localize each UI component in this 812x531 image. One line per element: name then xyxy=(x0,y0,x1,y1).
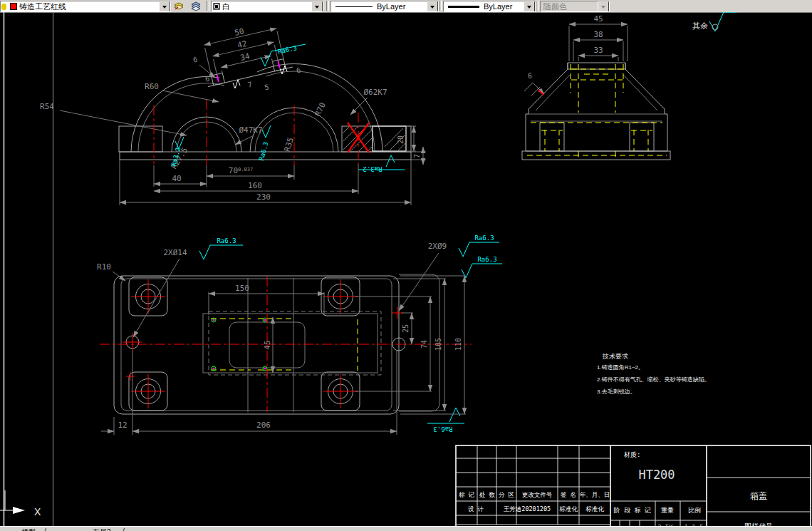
plotstyle-value: 随颜色 xyxy=(543,1,567,12)
dim-20: 20 xyxy=(397,135,405,144)
dim-105: 105 xyxy=(434,338,442,351)
color-swatch-icon xyxy=(213,3,220,10)
plotstyle-dropdown-arrow xyxy=(598,1,609,12)
linetype-value: ByLayer xyxy=(377,2,405,11)
dim-150: 150 xyxy=(235,284,249,293)
dim-6-right: 6 xyxy=(296,66,301,75)
dim-33: 33 xyxy=(593,46,603,55)
svg-text:Ra6.3: Ra6.3 xyxy=(433,426,452,433)
ucs-icon: X xyxy=(0,490,41,517)
lineweight-dropdown-arrow[interactable] xyxy=(524,1,535,12)
tb-part-name: 箱盖 xyxy=(750,491,767,501)
lineweight-value: ByLayer xyxy=(484,2,512,11)
layer-dropdown-arrow[interactable] xyxy=(159,1,170,12)
dim-6: 6 xyxy=(528,72,532,80)
notes-title: 技术要求 xyxy=(602,353,628,360)
tb-header-zone: 分 区 xyxy=(499,491,514,498)
linetype-combobox[interactable]: ByLayer xyxy=(330,1,439,12)
label-dia47k7: Ø47K7 xyxy=(239,125,262,135)
tb-material-value: HT200 xyxy=(638,468,675,482)
toolbar-separator xyxy=(326,1,329,11)
tb-header-count: 处 数 xyxy=(479,491,496,498)
toolbar: 铸造工艺红线 白 ByLayer ByLayer 随颜色 xyxy=(0,0,812,13)
label-2x14: 2XØ14 xyxy=(163,248,187,257)
roughness-check-icon xyxy=(709,12,736,31)
dim-12: 12 xyxy=(118,421,127,430)
linetype-dropdown-arrow[interactable] xyxy=(427,1,438,12)
notes-line1: 1.铸造圆角R1~2。 xyxy=(597,364,644,371)
label-2x9: 2XØ9 xyxy=(428,242,447,251)
tb-header-mark: 标 记 xyxy=(459,491,475,498)
tb-weight-label: 重量 xyxy=(661,507,674,514)
svg-text:Ra6.3: Ra6.3 xyxy=(217,237,236,244)
tb-designer: 王芳迪20201205 xyxy=(504,505,551,512)
tb-header-docno: 更改文件号 xyxy=(522,491,553,498)
layout-tab-strip: 模型 / 布局2 / xyxy=(0,526,812,531)
layer-combobox[interactable]: 铸造工艺红线 xyxy=(0,1,171,12)
technical-notes: 技术要求 1.铸造圆角R1~2。 2.铸件不得有气孔、缩松、夹砂等铸造缺陷。 3… xyxy=(597,353,710,395)
layer-on-bulb-icon xyxy=(1,4,6,10)
dim-6-left: 6 xyxy=(192,56,198,64)
ucs-x-label: X xyxy=(34,506,41,517)
label-r70: R70 xyxy=(313,101,328,118)
title-block: 标 记 处 数 分 区 更改文件号 签 名 年、月、日 设 计 王芳迪20201… xyxy=(456,445,811,531)
layer-previous-icon xyxy=(190,1,202,11)
dim-45: 45 xyxy=(593,14,603,24)
plan-view: R10 2XØ14 Ra6.3 2XØ9 Ra6.3 Ra6.3 Ra6.3 1… xyxy=(97,234,502,435)
dim-206: 206 xyxy=(256,421,271,430)
svg-text:Ra6.3: Ra6.3 xyxy=(258,141,270,162)
tab-layout2[interactable]: 布局2 xyxy=(93,527,111,531)
tb-stage-label: 阶 段 标 记 xyxy=(614,507,651,514)
tb-header-date: 年、月、日 xyxy=(580,491,610,498)
dim-230: 230 xyxy=(256,192,271,202)
tb-design-label: 设 计 xyxy=(468,505,484,512)
roughness-2x9: Ra6.3 xyxy=(459,234,499,257)
tab-separator: / xyxy=(44,527,46,531)
color-dropdown-arrow[interactable] xyxy=(311,1,323,12)
svg-text:700.037: 700.037 xyxy=(229,166,253,175)
linetype-sample-icon xyxy=(335,6,373,7)
tb-material-label: 材质: xyxy=(623,451,640,458)
label-dia62k7: Ø62K7 xyxy=(363,88,387,97)
tab-separator: / xyxy=(123,527,125,531)
toolbar-separator xyxy=(536,1,538,11)
layer-current-icon xyxy=(173,1,184,11)
plotstyle-combobox: 随颜色 xyxy=(540,1,610,12)
color-value: 白 xyxy=(222,1,230,12)
rest-roughness-note: 其余 xyxy=(692,12,736,31)
label-r60: R60 xyxy=(145,82,159,91)
tb-scale-label: 比例 xyxy=(688,507,701,514)
label-r54: R54 xyxy=(40,102,54,111)
drawing-canvas[interactable]: 其余 xyxy=(0,12,812,531)
roughness-side: Ra6.3 xyxy=(462,256,502,278)
rest-label: 其余 xyxy=(692,21,708,30)
dim-160: 160 xyxy=(248,181,262,190)
dim-25: 25 xyxy=(402,324,410,333)
hidden-lines xyxy=(527,64,667,160)
make-object-layer-current-button[interactable] xyxy=(171,0,187,11)
svg-text:Ra3.2: Ra3.2 xyxy=(363,165,382,172)
dim-5: 5 xyxy=(264,83,269,91)
tab-model[interactable]: 模型 xyxy=(21,527,36,531)
side-view: 45 38 33 6 xyxy=(522,14,670,160)
svg-text:Ra6.3: Ra6.3 xyxy=(477,256,496,263)
dim-45: 45 xyxy=(263,340,272,349)
front-view: 50 42 34 7 5 6 6 6 R60 R54 R27.5 Ø47K7 R… xyxy=(40,18,426,205)
lineweight-combobox[interactable]: ByLayer xyxy=(443,1,536,12)
tb-std2: 标准化 xyxy=(585,505,604,512)
notes-line3: 3.去毛刺锐边。 xyxy=(597,388,636,395)
layer-previous-button[interactable] xyxy=(188,0,204,11)
dim-7: 7 xyxy=(247,81,253,89)
svg-text:Ra6.3: Ra6.3 xyxy=(474,234,494,242)
color-combobox[interactable]: 白 xyxy=(211,1,323,12)
dim-38: 38 xyxy=(593,30,603,39)
toolbar-separator xyxy=(439,1,442,11)
roughness-right: Ra3.2 xyxy=(358,155,405,172)
layer-color-swatch-icon xyxy=(10,3,17,10)
label-r35: R35 xyxy=(282,136,296,153)
layer-name: 铸造工艺红线 xyxy=(19,1,66,12)
notes-line2: 2.铸件不得有气孔、缩松、夹砂等铸造缺陷。 xyxy=(597,376,710,383)
dim-6-left2: 6 xyxy=(204,75,210,83)
tb-header-sign: 签 名 xyxy=(561,491,576,498)
roughness-2x14: Ra6.3 xyxy=(199,237,243,259)
